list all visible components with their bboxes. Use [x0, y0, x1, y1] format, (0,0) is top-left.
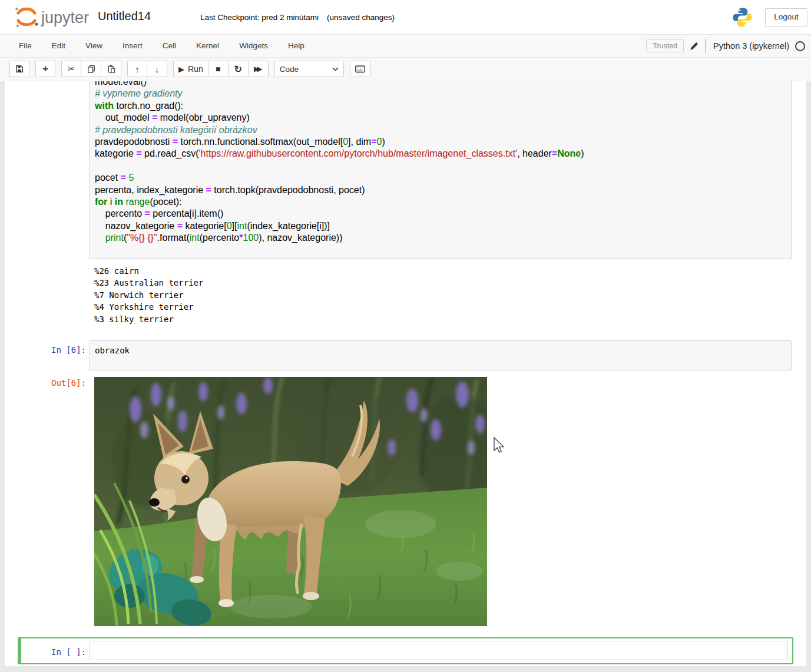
menu-help[interactable]: Help [278, 35, 315, 57]
notebook-container: model.eval()# vypneme gradientywith torc… [5, 81, 806, 666]
checkpoint-status: Last Checkpoint: pred 2 minútami(unsaved… [200, 13, 395, 22]
toolbar-group: ▶Run■↻▶▶ [173, 61, 269, 77]
command-palette-button[interactable] [350, 61, 370, 77]
run-button[interactable]: ▶Run [173, 61, 208, 77]
code-line: for i in range(pocet): [95, 197, 786, 208]
menu-view[interactable]: View [75, 35, 112, 57]
menu-cell[interactable]: Cell [153, 35, 186, 57]
save-button[interactable] [9, 61, 29, 77]
menu-widgets[interactable]: Widgets [229, 35, 278, 57]
insert-cell-below-button[interactable]: + [35, 61, 55, 77]
interrupt-kernel-button[interactable]: ■ [208, 61, 229, 77]
logout-button[interactable]: Logout [765, 8, 807, 27]
code-line: pravdepodobnosti = torch.nn.functional.s… [95, 137, 786, 148]
menu-file[interactable]: File [9, 35, 42, 57]
toolbar: +✂↑↓▶Run■↻▶▶Code [0, 58, 811, 81]
jupyter-notebook-app: { "header": { "logo_text": "jupyter", "t… [0, 0, 811, 672]
cell-type-value: Code [280, 65, 299, 74]
code-line: with torch.no_grad(): [95, 101, 786, 112]
jupiter-planet-icon [15, 8, 38, 27]
code-line: kategorie = pd.read_csv('https://raw.git… [95, 148, 786, 160]
cell-output-text: %26 cairn %23 Australian terrier %7 Norw… [94, 265, 203, 325]
trusted-badge[interactable]: Trusted [646, 39, 684, 52]
code-line: nazov_kategorie = kategorie[0][int(index… [95, 221, 786, 233]
copy-cells-button[interactable] [81, 61, 101, 77]
restart-kernel-button[interactable]: ↻ [229, 61, 249, 77]
code-line: percenta, index_kategorie = torch.topk(p… [95, 185, 786, 197]
code-line: percento = percenta[i].item() [95, 208, 786, 220]
code-cell-input-area[interactable]: model.eval()# vypneme gradientywith torc… [90, 81, 792, 259]
code-editor[interactable]: model.eval()# vypneme gradientywith torc… [90, 81, 791, 260]
code-line [95, 161, 786, 173]
toolbar-group [9, 61, 29, 77]
code-line: out_model = model(obr_upraveny) [95, 112, 786, 124]
jupyter-logo-icon[interactable]: jupyter [13, 5, 90, 29]
menu-insert[interactable]: Insert [112, 35, 153, 57]
header-bar: jupyter Untitled14 Last Checkpoint: pred… [0, 0, 811, 35]
separator [706, 39, 706, 53]
pencil-icon [690, 42, 699, 51]
move-cell-up-button[interactable]: ↑ [127, 61, 147, 77]
cut-cells-button[interactable]: ✂ [61, 61, 81, 77]
toolbar-buttons: +✂↑↓▶Run■↻▶▶Code [9, 61, 370, 77]
paste-cells-button[interactable] [101, 61, 121, 77]
code-line: # vypneme gradienty [95, 88, 786, 100]
notebook-title[interactable]: Untitled14 [98, 9, 151, 23]
menubar-right-cluster: Trusted Python 3 (ipykernel) [646, 35, 805, 57]
python-logo-icon [731, 6, 753, 28]
cell-6-code[interactable]: obrazok [90, 341, 791, 360]
selected-empty-cell[interactable]: In [ ]: [18, 637, 793, 664]
checkpoint-text: Last Checkpoint: pred 2 minútami [200, 13, 319, 22]
cell-type-dropdown[interactable]: Code [274, 61, 344, 77]
kernel-idle-indicator-icon [795, 41, 805, 51]
empty-cell-input-area[interactable] [90, 641, 788, 660]
input-prompt-empty: In [ ]: [5, 647, 86, 657]
chevron-down-icon [332, 67, 339, 71]
kernel-name-label[interactable]: Python 3 (ipykernel) [713, 41, 789, 51]
output-prompt-6: Out[6]: [5, 378, 86, 388]
menu-edit[interactable]: Edit [42, 35, 75, 57]
move-cell-down-button[interactable]: ↓ [147, 61, 167, 77]
code-line [95, 244, 786, 256]
menu-kernel[interactable]: Kernel [186, 35, 229, 57]
code-line: pocet = 5 [95, 173, 786, 184]
toolbar-group: + [35, 61, 55, 77]
unsaved-changes-text: (unsaved changes) [327, 13, 395, 22]
input-prompt-6: In [6]: [5, 345, 86, 355]
menu-bar: FileEditViewInsertCellKernelWidgetsHelp … [0, 35, 811, 58]
code-line: # pravdepodobnosti kategórií obrázkov [95, 125, 786, 137]
code-line: print("%{} {}".format(int(percento*100),… [95, 233, 786, 244]
toolbar-group: ↑↓ [127, 61, 167, 77]
toolbar-group: ✂ [61, 61, 121, 77]
svg-text:jupyter: jupyter [41, 9, 89, 27]
restart-run-all-button[interactable]: ▶▶ [249, 61, 269, 77]
cell-6-input-area[interactable]: obrazok [90, 340, 792, 370]
code-line: model.eval() [95, 81, 786, 88]
output-image-dog-photo [94, 377, 487, 626]
